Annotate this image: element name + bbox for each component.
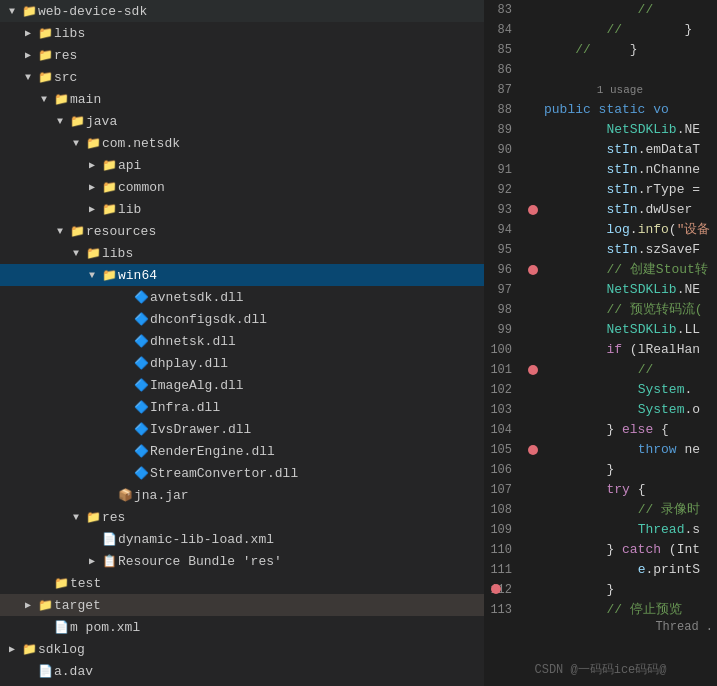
file-tree-panel[interactable]: 📁 web-device-sdk 📁 libs 📁 res 📁 src 📁 ma… xyxy=(0,0,484,686)
tree-label: a.dav xyxy=(54,664,93,679)
dll-icon: 🔷 xyxy=(132,378,150,393)
tree-item-libs[interactable]: 📁 libs xyxy=(0,22,484,44)
thread-label: Thread . xyxy=(651,618,717,636)
tree-item-dynamic-lib-xml[interactable]: 📄 dynamic-lib-load.xml xyxy=(0,528,484,550)
line-numbers: 83 84 85 86 87 88 89 90 91 92 93 94 95 9… xyxy=(484,0,526,686)
code-line-84: // } xyxy=(544,20,717,40)
code-line-107: try { xyxy=(544,480,717,500)
tree-item-win64[interactable]: 📁 win64 xyxy=(0,264,484,286)
tree-label: RenderEngine.dll xyxy=(150,444,275,459)
line-num-101: 101 xyxy=(488,360,518,380)
tree-item-main[interactable]: 📁 main xyxy=(0,88,484,110)
tree-label: src xyxy=(54,70,77,85)
tree-item-src[interactable]: 📁 src xyxy=(0,66,484,88)
arrow-java xyxy=(52,116,68,127)
tree-item-dhnetsk-dll[interactable]: 🔷 dhnetsk.dll xyxy=(0,330,484,352)
arrow-web-device-sdk xyxy=(4,6,20,17)
tree-label: ImageAlg.dll xyxy=(150,378,244,393)
folder-icon: 📁 xyxy=(68,114,86,129)
tree-item-dhconfigsdk-dll[interactable]: 🔷 dhconfigsdk.dll xyxy=(0,308,484,330)
tree-item-hs-err-pid6232[interactable]: 📄 hs_err_pid6232.log xyxy=(0,682,484,686)
tree-label: com.netsdk xyxy=(102,136,180,151)
line-num-93: 93 xyxy=(488,200,518,220)
code-line-91: stIn .nChanne xyxy=(544,160,717,180)
line-num-90: 90 xyxy=(488,140,518,160)
code-line-106: } xyxy=(544,460,717,480)
tree-item-streamconvertor-dll[interactable]: 🔷 StreamConvertor.dll xyxy=(0,462,484,484)
code-line-99: NetSDKLib .LL xyxy=(544,320,717,340)
tree-item-imagealg-dll[interactable]: 🔷 ImageAlg.dll xyxy=(0,374,484,396)
tree-item-infra-dll[interactable]: 🔷 Infra.dll xyxy=(0,396,484,418)
tree-item-api[interactable]: 📁 api xyxy=(0,154,484,176)
tree-label: sdklog xyxy=(38,642,85,657)
line-num-98: 98 xyxy=(488,300,518,320)
tree-item-resources[interactable]: 📁 resources xyxy=(0,220,484,242)
tree-item-a-dav[interactable]: 📄 a.dav xyxy=(0,660,484,682)
code-line-90: stIn .emDataT xyxy=(544,140,717,160)
tree-label: win64 xyxy=(118,268,157,283)
tree-item-avnetsdk-dll[interactable]: 🔷 avnetsdk.dll xyxy=(0,286,484,308)
folder-icon: 📁 xyxy=(52,576,70,591)
arrow-libs xyxy=(20,27,36,39)
code-editor-panel: 83 84 85 86 87 88 89 90 91 92 93 94 95 9… xyxy=(484,0,717,686)
tree-item-res2[interactable]: 📁 res xyxy=(0,506,484,528)
folder-icon: 📁 xyxy=(68,224,86,239)
tree-label: web-device-sdk xyxy=(38,4,147,19)
tree-label: Resource Bundle 'res' xyxy=(118,554,282,569)
code-line-89: NetSDKLib .NE xyxy=(544,120,717,140)
tree-item-test[interactable]: ▶ 📁 test xyxy=(0,572,484,594)
folder-icon: 📁 xyxy=(20,642,38,657)
tree-item-ivsdrawer-dll[interactable]: 🔷 IvsDrawer.dll xyxy=(0,418,484,440)
tree-item-pom-xml[interactable]: 📄 m pom.xml xyxy=(0,616,484,638)
folder-icon: 📁 xyxy=(100,180,118,195)
tree-item-res[interactable]: 📁 res xyxy=(0,44,484,66)
tree-label: IvsDrawer.dll xyxy=(150,422,251,437)
line-num-96: 96 xyxy=(488,260,518,280)
tree-item-java[interactable]: 📁 java xyxy=(0,110,484,132)
line-num-97: 97 xyxy=(488,280,518,300)
tree-item-resource-bundle[interactable]: 📋 Resource Bundle 'res' xyxy=(0,550,484,572)
tree-item-sdklog[interactable]: 📁 sdklog xyxy=(0,638,484,660)
line-num-113: 113 xyxy=(488,600,518,620)
line-num-102: 102 xyxy=(488,380,518,400)
dll-icon: 🔷 xyxy=(132,290,150,305)
dll-icon: 🔷 xyxy=(132,422,150,437)
code-line-95: stIn .szSaveF xyxy=(544,240,717,260)
tree-item-target[interactable]: 📁 target xyxy=(0,594,484,616)
tree-item-renderengine-dll[interactable]: 🔷 RenderEngine.dll xyxy=(0,440,484,462)
tree-item-common[interactable]: 📁 common xyxy=(0,176,484,198)
tree-label: avnetsdk.dll xyxy=(150,290,244,305)
arrow-resources xyxy=(52,226,68,237)
code-line-112: } xyxy=(544,580,717,600)
code-line-102: System . xyxy=(544,380,717,400)
tree-item-lib[interactable]: 📁 lib xyxy=(0,198,484,220)
code-line-101: // xyxy=(544,360,717,380)
arrow-lib xyxy=(84,203,100,215)
dll-icon: 🔷 xyxy=(132,312,150,327)
folder-icon: 📁 xyxy=(36,598,54,613)
folder-icon: 📁 xyxy=(84,246,102,261)
dll-icon: 🔷 xyxy=(132,356,150,371)
line-num-103: 103 xyxy=(488,400,518,420)
tree-label: jna.jar xyxy=(134,488,189,503)
code-line-92: stIn .rType = xyxy=(544,180,717,200)
line-num-85: 85 xyxy=(488,40,518,60)
arrow-common xyxy=(84,181,100,193)
tree-item-jna-jar[interactable]: 📦 jna.jar xyxy=(0,484,484,506)
code-line-104: } else { xyxy=(544,420,717,440)
tree-label: target xyxy=(54,598,101,613)
tree-item-web-device-sdk[interactable]: 📁 web-device-sdk xyxy=(0,0,484,22)
code-line-83: // device xyxy=(544,0,717,20)
tree-item-libs2[interactable]: 📁 libs xyxy=(0,242,484,264)
xml-icon: 📄 xyxy=(100,532,118,547)
arrow-com-netsdk xyxy=(68,138,84,149)
tree-label: dhplay.dll xyxy=(150,356,228,371)
line-num-108: 108 xyxy=(488,500,518,520)
tree-item-dhplay-dll[interactable]: 🔷 dhplay.dll xyxy=(0,352,484,374)
tree-label: libs xyxy=(102,246,133,261)
arrow-resource-bundle xyxy=(84,555,100,567)
tree-item-com-netsdk[interactable]: 📁 com.netsdk xyxy=(0,132,484,154)
line-num-106: 106 xyxy=(488,460,518,480)
line-num-99: 99 xyxy=(488,320,518,340)
code-line-109: Thread .s xyxy=(544,520,717,540)
